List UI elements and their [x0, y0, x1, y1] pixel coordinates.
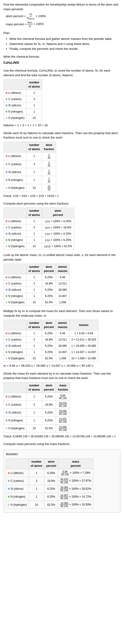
step1-section: Write the chemical formula: C₃H₉LiNSi [3, 54, 121, 65]
table-row: H (hydrogen)1062.5%1.008 [4, 299, 69, 306]
chemical-formula: C₃H₉LiNSi [3, 60, 121, 65]
col-num-atoms: numberof atoms [27, 264, 42, 274]
plan-section: Plan: Write the chemical formula and gat… [3, 31, 121, 51]
mass-fraction-table: numberof atoms atompercent massfraction … [3, 382, 70, 432]
step4-section: Compute atom percents using the atom fra… [3, 201, 121, 250]
col-num-atoms: numberof atoms [27, 320, 42, 330]
intro-section: Find the elemental composition for trime… [3, 2, 121, 28]
table-row: N (nitrogen)16.25%14.00795.145 [4, 416, 70, 424]
col-atom-percent: atompercent [42, 208, 74, 218]
table-row: N (nitrogen)16.25%14.0071 × 14.007 = 14.… [4, 349, 98, 355]
atom-percent-formula: atom percent = NiNatoms × 100% [6, 13, 121, 20]
step1-heading: Write the chemical formula: [3, 54, 121, 59]
col-num-atoms: numberof atoms [27, 208, 42, 218]
plan-step-3: Finally, compute the percents and check … [9, 46, 121, 51]
table-row: N (nitrogen)1116 [4, 176, 56, 184]
table-row: Li (lithium)11/16 × 100% = 6.25% [4, 218, 74, 224]
answer-label: Answer: [6, 452, 118, 456]
col-atom-percent: atompercent [42, 320, 56, 330]
table-row: H (hydrogen)1010/16 × 100% = 62.5% [4, 243, 74, 250]
col-element [6, 459, 29, 469]
table-row: C (carbon)318.8%12.0113 × 12.011 = 36.03… [4, 336, 98, 343]
plan-step-2: Determine values for Nᵢ, m, Natoms and n… [9, 42, 121, 46]
table-row: N (nitrogen)16.25%14.00795.145 × 100% = … [6, 493, 93, 500]
atomic-mass-table: numberof atoms atompercent atomicmass/u … [3, 264, 69, 306]
step8-section: Compute mass percents using the mass fra… [3, 442, 121, 446]
step6-section: Multiply Nᵢ by mᵢ to compute the mass fo… [3, 309, 121, 368]
table-row: N (nitrogen)11/16 × 100% = 6.25% [4, 237, 74, 243]
step7-heading: Divide the mass for each element by m to… [3, 371, 121, 380]
table-row: H (hydrogen)1062.5%10.08095.145 × 100% =… [6, 501, 93, 509]
col-element [4, 320, 27, 330]
table-row: Si (silicon)11/16 × 100% = 6.25% [4, 231, 74, 237]
table-row: N (nitrogen)16.25%14.007 [4, 293, 69, 299]
step7-section: Divide the mass for each element by m to… [3, 371, 121, 438]
col-atomic-mass: atomicmass/u [56, 320, 69, 330]
step8-heading: Compute mass percents using the mass fra… [3, 442, 121, 446]
table-row: Li (lithium)1 [4, 90, 42, 96]
table-row: Li (lithium)16.25%6.941 × 6.94 = 6.94 [4, 330, 98, 336]
atom-percent-table: numberof atoms atompercent Li (lithium)1… [3, 208, 74, 250]
col-num-atoms: numberof atoms [27, 142, 42, 152]
intro-text: Find the elemental composition for trime… [3, 2, 121, 11]
step7-check: Check: 6.94/95.145 + 36.033/95.145 + 28.… [3, 434, 121, 438]
natoms-sum: Natoms = 1 + 3 + 1 + 1 + 10 = 16 [3, 123, 121, 128]
table-row: C (carbon)33/16 × 100% = 18.8% [4, 224, 74, 231]
table-row: C (carbon)318.8%36.03395.145 [4, 401, 70, 409]
step3-heading: Divide each Nᵢ by Natoms to calculate at… [3, 131, 121, 140]
step2-heading: Use the chemical formula, C₃H₉LiNSi, to … [3, 68, 121, 77]
col-element [4, 80, 27, 90]
table-row: Li (lithium)16.25%6.9495.145 [4, 393, 70, 400]
col-element [4, 264, 27, 274]
table-row: H (hydrogen)101016 [4, 184, 56, 192]
answer-section: Answer: numberof atoms atompercent massp… [3, 450, 121, 513]
step5-section: Look up the atomic mass, mᵢ, in unified … [3, 253, 121, 306]
table-row: Li (lithium)16.25%6.94 [4, 274, 69, 280]
step3-check: Check: 1/16 + 3/16 + 1/16 + 1/16 + 10/16… [3, 194, 121, 198]
step4-heading: Compute atom percents using the atom fra… [3, 201, 121, 206]
step5-heading: Look up the atomic mass, mᵢ, in unified … [3, 253, 121, 262]
answer-table: numberof atoms atompercent masspercent L… [6, 458, 93, 509]
col-atom-percent: atompercent [42, 264, 56, 274]
col-num-atoms: numberof atoms [29, 459, 44, 469]
step3-section: Divide each Nᵢ by Natoms to calculate at… [3, 131, 121, 198]
table-row: H (hydrogen)10 [4, 115, 42, 121]
table-row: Si (silicon)16.25%28.08595.145 × 100% = … [6, 485, 93, 493]
table-row: Si (silicon)1 [4, 102, 42, 109]
col-mass-fraction: massfraction [56, 382, 70, 393]
table-row: C (carbon)3316 [4, 160, 56, 168]
col-atom-percent: atompercent [44, 459, 58, 469]
mass-calc-table: numberof atoms atompercent atomicmass/u … [3, 320, 98, 362]
table-row: C (carbon)3 [4, 96, 42, 102]
table-row: C (carbon)318.8%36.03395.145 × 100% = 37… [6, 477, 93, 485]
col-atomic-mass: atomicmass/u [56, 264, 69, 274]
table-row: Si (silicon)16.25%28.085 [4, 287, 69, 293]
col-num-atoms: numberof atoms [27, 382, 42, 393]
col-num-atoms: numberof atoms [27, 80, 42, 90]
table-row: Si (silicon)16.25%28.0851 × 28.085 = 28.… [4, 343, 98, 349]
table-row: N (nitrogen)1 [4, 109, 42, 115]
col-element [4, 208, 27, 218]
step2-section: Use the chemical formula, C₃H₉LiNSi, to … [3, 68, 121, 128]
plan-step-1: Write the chemical formula and gather at… [9, 36, 121, 41]
col-atom-percent: atompercent [42, 382, 56, 393]
col-element [4, 142, 27, 152]
table-row: Si (silicon)1116 [4, 168, 56, 176]
table-row: H (hydrogen)1062.5%1.00810 × 1.008 = 10.… [4, 355, 98, 362]
table-row: Li (lithium)1116 [4, 152, 56, 160]
table-row: H (hydrogen)1062.5%10.08095.145 [4, 424, 70, 432]
atom-count-table: numberof atoms Li (lithium)1C (carbon)3S… [3, 79, 42, 121]
plan-list: Write the chemical formula and gather at… [3, 36, 121, 51]
col-element [4, 382, 27, 393]
atom-fraction-table: numberof atoms atomfraction Li (lithium)… [3, 142, 56, 192]
col-mass: mass/u [69, 320, 98, 330]
step6-heading: Multiply Nᵢ by mᵢ to compute the mass fo… [3, 309, 121, 318]
table-row: C (carbon)318.8%12.011 [4, 280, 69, 287]
col-atom-fraction: atomfraction [42, 142, 56, 152]
table-row: Si (silicon)16.25%28.08595.145 [4, 409, 70, 416]
m-sum: m = 6.94 u + 36.033 u + 28.085 u + 14.00… [3, 364, 121, 368]
mass-percent-formula: mass percent = Nimim × 100% [6, 21, 121, 28]
table-row: Li (lithium)16.25%6.9495.145 × 100% = 7.… [6, 469, 93, 477]
plan-title: Plan: [3, 31, 121, 36]
col-mass-percent: masspercent [58, 459, 93, 469]
